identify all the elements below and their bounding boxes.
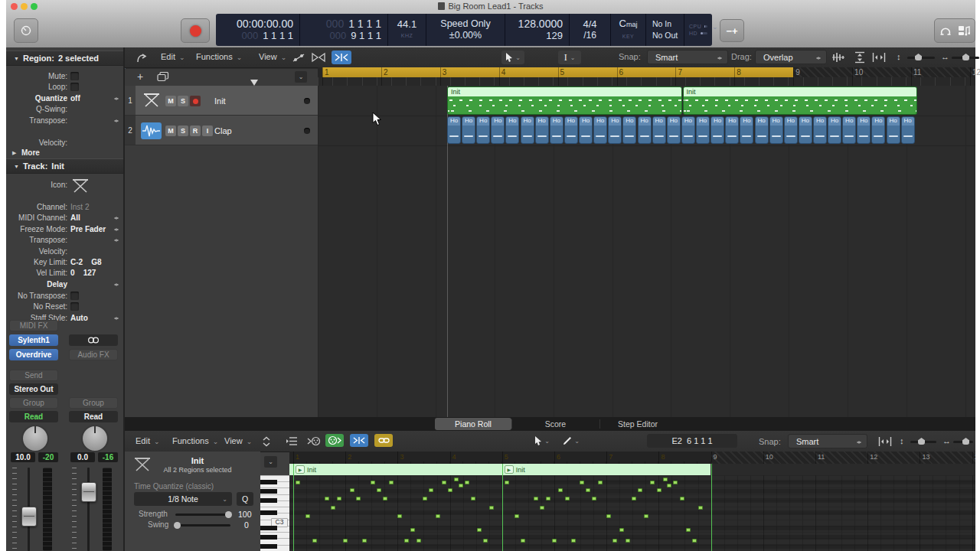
audio-region[interactable]: Ho — [447, 116, 461, 144]
disclosure-triangle-icon[interactable]: ▼ — [14, 164, 19, 169]
inspector-row[interactable]: Velocity: — [6, 139, 123, 148]
audio-region[interactable]: Ho — [535, 116, 549, 144]
midi-note[interactable] — [429, 488, 433, 492]
midi-note[interactable] — [416, 539, 421, 543]
pan-knob[interactable] — [81, 425, 109, 452]
volume-fader[interactable] — [81, 482, 96, 502]
inspector-checkbox[interactable] — [70, 83, 79, 91]
group-slot[interactable]: Group — [69, 397, 118, 409]
input-monitoring-button[interactable]: I — [202, 126, 213, 136]
lcd-zoom-buttons[interactable]: −+ — [720, 19, 744, 42]
midi-out-button[interactable] — [325, 434, 344, 447]
title-bar[interactable]: Big Room Lead1 - Tracks — [6, 0, 975, 12]
stereo-format-slot[interactable] — [69, 334, 118, 346]
region-header-strip[interactable]: ▶Init▶Init — [289, 464, 710, 475]
control-bar-settings-button[interactable] — [14, 18, 38, 43]
tracks-functions-menu[interactable]: Functions — [196, 52, 242, 61]
audio-region[interactable]: Ho — [593, 116, 607, 144]
inspector-checkbox[interactable] — [70, 72, 79, 80]
track-row[interactable]: 1MSInit — [125, 86, 318, 116]
midi-fx-slot[interactable]: MIDI FX — [9, 320, 58, 331]
lcd-varispeed[interactable]: Speed Only ±0.00% — [426, 14, 505, 46]
midi-note[interactable] — [667, 484, 671, 487]
midi-note[interactable] — [673, 481, 678, 484]
group-slot[interactable]: Group — [9, 397, 58, 409]
midi-note[interactable] — [331, 506, 335, 510]
automation-icon[interactable] — [292, 52, 305, 63]
track-header-options-button[interactable]: ⌄ — [295, 71, 307, 83]
audio-region[interactable]: Ho — [652, 116, 666, 144]
midi-note[interactable] — [377, 488, 381, 492]
horizontal-zoom-slider-thumb[interactable] — [962, 54, 969, 60]
audio-region[interactable]: Ho — [813, 116, 827, 144]
black-key[interactable] — [260, 489, 277, 494]
lcd-time-signature[interactable]: 4/4 /16 — [570, 14, 611, 46]
tracks-edit-menu[interactable]: Edit — [161, 52, 185, 61]
midi-note[interactable] — [325, 497, 329, 500]
black-key[interactable] — [260, 498, 277, 503]
strength-slider[interactable] — [175, 514, 230, 516]
midi-note[interactable] — [296, 481, 300, 484]
audio-region[interactable]: Ho — [887, 116, 900, 144]
audio-region[interactable]: Ho — [638, 116, 652, 144]
audio-region[interactable]: Ho — [462, 116, 475, 144]
audio-region[interactable]: Ho — [828, 116, 841, 144]
midi-region[interactable]: Init — [447, 86, 682, 115]
inspector-row[interactable]: Transpose: — [6, 116, 123, 126]
mute-button[interactable]: M — [165, 126, 176, 136]
inspector-checkbox[interactable] — [70, 302, 79, 311]
midi-note[interactable] — [483, 539, 488, 543]
read-slot[interactable]: Read — [69, 411, 118, 422]
midi-note[interactable] — [436, 514, 440, 518]
midi-note[interactable] — [598, 481, 603, 484]
audio-region[interactable]: Ho — [799, 116, 812, 144]
midi-note[interactable] — [477, 528, 482, 532]
track-lanes[interactable]: InitInitHoHoHoHoHoHoHoHoHoHoHoHoHoHoHoHo… — [318, 86, 975, 417]
flex-icon[interactable] — [311, 52, 326, 63]
record-button[interactable] — [181, 18, 210, 43]
audio-region[interactable]: Ho — [622, 116, 636, 144]
midi-in-icon[interactable] — [307, 436, 321, 446]
midi-note[interactable] — [626, 539, 630, 543]
audio-region[interactable]: Ho — [725, 116, 739, 144]
volume-fader[interactable] — [21, 507, 37, 527]
audio-region[interactable]: Ho — [579, 116, 593, 144]
lcd-sample-rate[interactable]: 44.1 KHZ — [388, 14, 426, 46]
editor-pointer-tool-button[interactable]: ⌄ — [531, 434, 554, 448]
black-key[interactable] — [260, 510, 277, 515]
tab-piano-roll[interactable]: Piano Roll — [435, 418, 511, 430]
audio-region[interactable]: Ho — [784, 116, 798, 144]
volume-display[interactable]: 10.0 — [11, 452, 35, 462]
sylenth1-slot[interactable]: Sylenth1 — [9, 334, 58, 346]
audio-region[interactable]: Ho — [901, 116, 915, 144]
editor-catch-button[interactable] — [350, 434, 368, 447]
snap-select[interactable]: Smart — [647, 50, 728, 64]
midi-note[interactable] — [686, 528, 691, 532]
midi-note[interactable] — [632, 497, 636, 500]
playhead-marker[interactable] — [250, 80, 258, 86]
midi-note[interactable] — [657, 488, 662, 492]
midi-note[interactable] — [606, 514, 611, 518]
audio-region[interactable]: Ho — [857, 116, 871, 144]
automation-list-icon[interactable] — [286, 436, 298, 446]
fit-horizontal-zoom-icon[interactable] — [872, 51, 886, 64]
audio-region[interactable]: Ho — [755, 116, 769, 144]
midi-note[interactable] — [356, 497, 361, 500]
audio-region[interactable]: Ho — [710, 116, 724, 144]
waveform-zoom-icon[interactable] — [831, 52, 846, 63]
inspector-row[interactable]: Velocity: — [6, 247, 123, 257]
inspector-row[interactable]: No Reset: — [6, 302, 123, 312]
midi-note[interactable] — [592, 497, 596, 500]
audio-region[interactable]: Ho — [608, 116, 622, 144]
overdrive-slot[interactable]: Overdrive — [9, 349, 58, 360]
stepper-icon[interactable] — [113, 226, 119, 233]
track-inspector-header[interactable]: ▼ Track: Init — [6, 158, 123, 174]
midi-note[interactable] — [410, 528, 415, 532]
midi-note[interactable] — [546, 497, 550, 500]
editor-edit-menu[interactable]: Edit — [136, 436, 160, 445]
inspector-row-value[interactable]: 0 127 — [70, 269, 96, 277]
pointer-tool-button[interactable]: ⌄ — [501, 51, 524, 64]
solo-button[interactable]: S — [178, 96, 188, 106]
lcd-io[interactable]: No In No Out — [646, 14, 684, 46]
midi-note[interactable] — [350, 488, 354, 492]
